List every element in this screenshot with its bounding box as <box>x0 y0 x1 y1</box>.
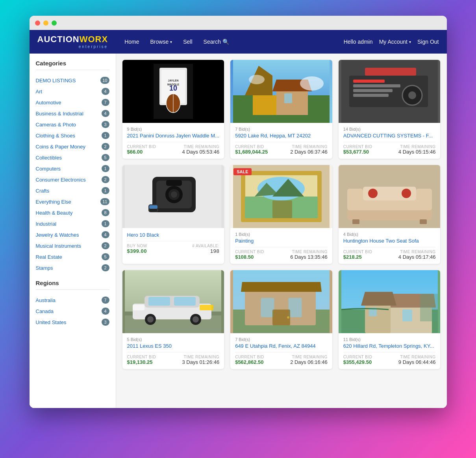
sidebar-region-badge: 7 <box>102 297 109 304</box>
sidebar-item[interactable]: Stamps2 <box>36 262 109 273</box>
sidebar-item-link[interactable]: Collectibles <box>36 155 62 161</box>
sidebar-item[interactable]: Business & Industrial4 <box>36 108 109 119</box>
card-title[interactable]: Huntington House Two Seat Sofa <box>343 238 436 244</box>
sidebar-item-link[interactable]: Computers <box>36 166 61 172</box>
bid-label: CURRENT BID <box>127 355 156 359</box>
card-footer: CURRENT BID $108.50 TIME REMAINING 6 Day… <box>235 247 328 260</box>
card-bids: 1 Bid(s) <box>235 232 328 237</box>
listing-card[interactable]: 5 Bid(s) 2011 Lexus ES 350 CURRENT BID $… <box>122 270 224 369</box>
sidebar-item-link[interactable]: Industrial <box>36 221 57 227</box>
sidebar-region-item[interactable]: Canada4 <box>36 306 109 317</box>
sidebar-item[interactable]: Art4 <box>36 86 109 97</box>
sign-out-link[interactable]: Sign Out <box>417 39 439 45</box>
sidebar-item-link[interactable]: Real Estate <box>36 254 62 260</box>
sidebar-region-badge: 3 <box>102 319 109 326</box>
time-value: 6 Days 13:35:46 <box>290 254 328 260</box>
nav-browse[interactable]: Browse ▾ <box>146 35 177 48</box>
card-bids: 11 Bid(s) <box>343 337 436 342</box>
nav-sell[interactable]: Sell <box>178 35 197 48</box>
sidebar-item-link[interactable]: Stamps <box>36 265 53 271</box>
sidebar-item[interactable]: Everything Else11 <box>36 196 109 207</box>
sidebar-region-link[interactable]: Canada <box>36 308 54 314</box>
sidebar-region-item[interactable]: United States3 <box>36 317 109 328</box>
nav-search[interactable]: Search 🔍 <box>199 35 234 48</box>
svg-marker-71 <box>241 282 322 292</box>
bid-value: $1,689,044.25 <box>235 149 268 155</box>
sidebar-item-link[interactable]: Coins & Paper Money <box>36 144 85 150</box>
listing-card[interactable]: 7 Bid(s) 649 E Utahpia Rd, Fenix, AZ 849… <box>230 270 332 369</box>
time-label: TIME REMAINING <box>398 250 436 254</box>
minimize-button[interactable] <box>43 20 48 26</box>
svg-rect-21 <box>353 84 400 87</box>
svg-rect-53 <box>352 219 359 224</box>
sidebar-item[interactable]: DEMO LISTINGS10 <box>36 75 109 86</box>
bid-value: $66.00 <box>127 149 156 155</box>
sidebar-item[interactable]: Health & Beauty8 <box>36 207 109 218</box>
card-title[interactable]: 2021 Panini Donruss Jaylen Waddle M... <box>127 133 220 139</box>
listing-card[interactable]: 4 Bid(s) Huntington House Two Seat Sofa … <box>339 165 441 264</box>
sidebar-badge: 11 <box>100 198 109 205</box>
sidebar-item-link[interactable]: Consumer Electronics <box>36 177 86 183</box>
maximize-button[interactable] <box>52 20 57 26</box>
nav-home[interactable]: Home <box>120 35 144 48</box>
sidebar-item[interactable]: Real Estate5 <box>36 251 109 262</box>
svg-rect-22 <box>353 89 393 92</box>
sidebar-badge: 5 <box>102 253 109 260</box>
svg-text:10: 10 <box>169 84 177 92</box>
card-title[interactable]: ADVANCED CUTTING SYSTEMS - F... <box>343 133 436 139</box>
listing-card[interactable]: SALE 1 Bid(s) Painting CURRENT BID $108.… <box>230 165 332 264</box>
sidebar-item[interactable]: Coins & Paper Money2 <box>36 141 109 152</box>
card-footer: CURRENT BID $66.00 TIME REMAINING 4 Days… <box>127 142 220 155</box>
card-title[interactable]: 5920 Lake Rd, Heppa, MT 24202 <box>235 133 328 139</box>
sidebar-item[interactable]: Clothing & Shoes1 <box>36 130 109 141</box>
card-buy-now-row: BUY NOW $399.00 # AVAILABLE: 198 <box>127 241 220 254</box>
sidebar-item-link[interactable]: Cameras & Photo <box>36 122 76 128</box>
sidebar-item-link[interactable]: Automotive <box>36 100 61 106</box>
regions-title: Regions <box>36 280 109 290</box>
sidebar-item[interactable]: Automotive7 <box>36 97 109 108</box>
account-chevron-icon: ▾ <box>409 40 411 44</box>
card-footer: CURRENT BID $53,677.50 TIME REMAINING 4 … <box>343 142 436 155</box>
listing-card[interactable]: Hero 10 Black BUY NOW $399.00 # AVAILABL… <box>122 165 224 264</box>
sidebar-item-link[interactable]: Health & Beauty <box>36 210 73 216</box>
card-title[interactable]: 620 Hillard Rd, Templeton Springs, KY... <box>343 343 436 349</box>
sidebar-item-link[interactable]: Art <box>36 89 43 95</box>
sidebar-item[interactable]: Industrial1 <box>36 218 109 229</box>
brand-logo: AUCTIONWORX enterprise <box>37 35 108 49</box>
card-title[interactable]: 2011 Lexus ES 350 <box>127 343 220 349</box>
listing-card[interactable]: 7 Bid(s) 5920 Lake Rd, Heppa, MT 24202 C… <box>230 60 332 159</box>
card-title[interactable]: 649 E Utahpia Rd, Fenix, AZ 84944 <box>235 343 328 349</box>
sidebar-item[interactable]: Musical Instruments2 <box>36 240 109 251</box>
sidebar-item-link[interactable]: Business & Industrial <box>36 111 83 117</box>
my-account-link[interactable]: My Account ▾ <box>379 39 411 45</box>
sidebar-region-link[interactable]: United States <box>36 319 67 325</box>
card-title[interactable]: Painting <box>235 238 328 244</box>
card-image <box>122 165 224 228</box>
sidebar-item[interactable]: Collectibles5 <box>36 152 109 163</box>
sidebar-item-link[interactable]: Crafts <box>36 188 50 194</box>
time-label: TIME REMAINING <box>182 145 219 149</box>
sidebar-item-link[interactable]: Jewelry & Watches <box>36 232 79 238</box>
card-title[interactable]: Hero 10 Black <box>127 232 220 238</box>
svg-rect-49 <box>416 189 432 210</box>
sidebar-badge: 1 <box>102 132 109 139</box>
svg-rect-54 <box>420 219 427 224</box>
listing-card[interactable]: 14 Bid(s) ADVANCED CUTTING SYSTEMS - F..… <box>339 60 441 159</box>
sidebar-badge: 1 <box>102 187 109 194</box>
sidebar-region-link[interactable]: Australia <box>36 297 56 303</box>
sidebar-item[interactable]: Consumer Electronics2 <box>36 174 109 185</box>
sidebar-item[interactable]: Jewelry & Watches4 <box>36 229 109 240</box>
sidebar-item-link[interactable]: DEMO LISTINGS <box>36 78 76 83</box>
listing-card[interactable]: JAYLENWADDLE10 9 Bid(s) 2021 Panini Donr… <box>122 60 224 159</box>
sidebar-item-link[interactable]: Everything Else <box>36 199 71 205</box>
sidebar-item-link[interactable]: Clothing & Shoes <box>36 133 75 139</box>
sidebar-item[interactable]: Cameras & Photo3 <box>36 119 109 130</box>
time-label: TIME REMAINING <box>290 145 328 149</box>
sidebar-item[interactable]: Crafts1 <box>36 185 109 196</box>
hello-text: Hello admin <box>344 39 373 45</box>
sidebar-item-link[interactable]: Musical Instruments <box>36 243 81 249</box>
listing-card[interactable]: 11 Bid(s) 620 Hillard Rd, Templeton Spri… <box>339 270 441 369</box>
close-button[interactable] <box>35 20 40 26</box>
sidebar-item[interactable]: Computers1 <box>36 163 109 174</box>
sidebar-region-item[interactable]: Australia7 <box>36 295 109 306</box>
